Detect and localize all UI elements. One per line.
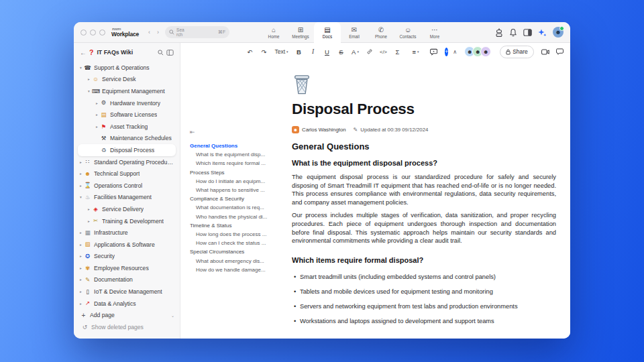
sidebar-item-documentation[interactable]: ▸ ✎ Documentation	[74, 274, 180, 286]
nav-back-button[interactable]: ‹	[145, 29, 154, 36]
sidebar-item-maintenance-schedules[interactable]: ⚒ Maintenance Schedules	[74, 133, 180, 145]
outline-item-q-check-status[interactable]: How can I check the status ...	[190, 239, 286, 247]
tree-chevron-icon[interactable]: ▸	[94, 125, 100, 129]
paragraph-2[interactable]: Our process includes multiple stages of …	[292, 211, 556, 245]
tree-chevron-icon[interactable]: ▸	[94, 101, 100, 105]
ai-companion-sparkle-icon[interactable]	[538, 28, 547, 37]
redo-button[interactable]: ↷	[258, 46, 270, 57]
sidebar-item-iot-device-management[interactable]: ▸ ▯ IoT & Device Management	[74, 286, 180, 298]
tree-chevron-icon[interactable]: ▸	[78, 254, 84, 258]
sidebar-item-employee-resources[interactable]: ▸ ✾ Employee Resources	[74, 262, 180, 274]
zoom-window-button[interactable]	[99, 29, 105, 36]
sidebar-search-icon[interactable]	[158, 50, 164, 56]
tab-home[interactable]: ⌂ Home	[260, 22, 287, 42]
tree-chevron-icon[interactable]: ▸	[78, 278, 84, 282]
sidebar-item-infrastructure[interactable]: ▸ ▦ Infrastructure	[74, 227, 180, 239]
nav-forward-button[interactable]: ›	[154, 29, 162, 36]
bullet-item[interactable]: Servers and networking equipment from te…	[292, 302, 556, 311]
sidebar-item-asset-tracking[interactable]: ▸ ⚑ Asset Tracking	[74, 121, 180, 133]
link-button[interactable]	[363, 46, 376, 57]
bullet-item[interactable]: Workstations and laptops assigned to dev…	[292, 317, 556, 326]
tree-chevron-icon[interactable]: ▸	[78, 302, 84, 306]
share-button[interactable]: Share	[500, 46, 534, 58]
sidebar-item-security[interactable]: ▸ ✪ Security	[74, 251, 180, 263]
code-button[interactable]: </>	[377, 46, 390, 57]
section-heading-general-questions[interactable]: General Questions	[292, 141, 556, 152]
outline-item-q-how-long[interactable]: How long does the process ...	[190, 230, 286, 239]
assistant-robot-icon[interactable]	[495, 28, 503, 37]
sidebar-item-standard-operating-procedures[interactable]: ▸ ∷ Standard Operating Procedures	[74, 156, 180, 168]
video-call-button[interactable]	[539, 46, 552, 57]
tree-chevron-icon[interactable]: ▸	[78, 290, 84, 294]
bullet-item[interactable]: Smart treadmill units (including embedde…	[292, 273, 556, 282]
tree-chevron-icon[interactable]: ▸	[86, 77, 92, 81]
sidebar-item-facilities-management[interactable]: ▾ ♨ Facilities Management	[74, 192, 180, 204]
tab-contacts[interactable]: ☺ Contacts	[394, 22, 421, 42]
tab-email[interactable]: ✉ Email	[341, 22, 368, 42]
outline-item-general-questions[interactable]: General Questions	[190, 141, 286, 150]
chat-button[interactable]	[553, 46, 566, 57]
question-heading-2[interactable]: Which items require formal disposal?	[292, 256, 556, 265]
tree-chevron-icon[interactable]: ▸	[78, 266, 84, 270]
tree-chevron-icon[interactable]: ▸	[78, 160, 84, 164]
italic-button[interactable]: I	[307, 46, 319, 57]
tree-chevron-icon[interactable]: ▾	[78, 195, 84, 199]
sidebar-item-data-analytics[interactable]: ▸ ↗ Data & Analytics	[74, 298, 180, 310]
tree-chevron-icon[interactable]: ▾	[86, 89, 92, 93]
outline-item-q-how-initiate[interactable]: How do I initiate an equipm...	[190, 177, 286, 186]
global-search-input[interactable]: Search ⌘F	[165, 26, 229, 38]
outline-item-q-damage[interactable]: How do we handle damage...	[190, 265, 286, 274]
outline-item-q-documentation[interactable]: What documentation is req...	[190, 203, 286, 212]
side-panel-toggle-icon[interactable]	[523, 29, 532, 36]
globe-language-button[interactable]	[568, 46, 570, 57]
text-style-dropdown[interactable]: Text▾	[275, 46, 288, 57]
tree-chevron-icon[interactable]: ▸	[78, 172, 84, 176]
sidebar-item-software-licenses[interactable]: ▸ ▤ Software Licenses	[74, 109, 180, 121]
comment-button[interactable]	[427, 46, 440, 57]
outline-item-special-circumstances[interactable]: Special Circumstances	[190, 247, 286, 256]
sidebar-item-hardware-inventory[interactable]: ▸ ⚙ Hardware Inventory	[74, 97, 180, 109]
sidebar-item-equipment-management[interactable]: ▾ ⌨ Equipment Management	[74, 85, 180, 97]
sidebar-item-support-operations[interactable]: ▾ ☎ Support & Operations	[74, 62, 180, 74]
underline-button[interactable]: U	[321, 46, 333, 57]
strikethrough-button[interactable]: S	[335, 46, 347, 57]
tab-more[interactable]: ⋯ More	[421, 22, 448, 42]
user-avatar[interactable]: ☻	[553, 27, 564, 38]
sidebar-item-technical-support[interactable]: ▸ ☻ Technical Support	[74, 168, 180, 180]
close-button[interactable]	[80, 29, 87, 36]
outline-item-process-steps[interactable]: Process Steps	[190, 168, 286, 177]
ai-companion-button[interactable]: +	[445, 48, 448, 56]
tree-chevron-icon[interactable]: ▸	[86, 219, 92, 223]
add-page-caret-icon[interactable]: ⌄	[171, 313, 174, 318]
outline-collapse-icon[interactable]: ⇤	[190, 129, 286, 135]
equation-button[interactable]: Σ	[391, 46, 404, 57]
undo-button[interactable]: ↶	[244, 46, 256, 57]
tree-chevron-icon[interactable]: ▸	[78, 243, 84, 247]
tree-chevron-icon[interactable]: ▸	[94, 113, 100, 117]
tree-chevron-icon[interactable]: ▸	[78, 184, 84, 188]
doc-title[interactable]: Disposal Process	[292, 101, 556, 118]
bullet-item[interactable]: Tablets and mobile devices used for equi…	[292, 288, 556, 296]
tree-chevron-icon[interactable]: ▸	[78, 231, 84, 235]
back-arrow-icon[interactable]: ←	[80, 49, 87, 56]
outline-item-compliance-security[interactable]: Compliance & Security	[190, 194, 286, 203]
align-list-dropdown[interactable]: ≡▾	[409, 46, 422, 57]
sidebar-item-service-delivery[interactable]: ▸ ◈ Service Delivery	[74, 203, 180, 215]
outline-item-timeline-status[interactable]: Timeline & Status	[190, 221, 286, 230]
text-color-button[interactable]: A▾	[349, 46, 362, 57]
notifications-bell-icon[interactable]	[509, 28, 517, 37]
sidebar-item-disposal-process[interactable]: ♻ Disposal Process	[78, 144, 176, 156]
outline-item-q-who-handles[interactable]: Who handles the physical di...	[190, 213, 286, 221]
tree-chevron-icon[interactable]: ▾	[78, 66, 84, 70]
collaborator-avatar-collaborator-3[interactable]: ☻	[480, 46, 491, 57]
sidebar-item-service-desk[interactable]: ▸ ☺ Service Desk	[74, 74, 180, 86]
minimize-button[interactable]	[90, 29, 96, 36]
outline-item-q-sensitive-data[interactable]: What happens to sensitive ...	[190, 186, 286, 194]
outline-item-q-which-items[interactable]: Which items require formal ...	[190, 159, 286, 168]
paragraph-1[interactable]: The equipment disposal process is our st…	[292, 173, 556, 206]
sidebar-panel-icon[interactable]	[166, 50, 174, 56]
sidebar-item-operations-control[interactable]: ▸ ⌛ Operations Control	[74, 180, 180, 192]
collapse-toolbar-button[interactable]: ∧	[453, 49, 457, 55]
sidebar-item-applications-software[interactable]: ▸ ▧ Applications & Software	[74, 239, 180, 251]
tree-chevron-icon[interactable]: ▸	[86, 207, 92, 211]
